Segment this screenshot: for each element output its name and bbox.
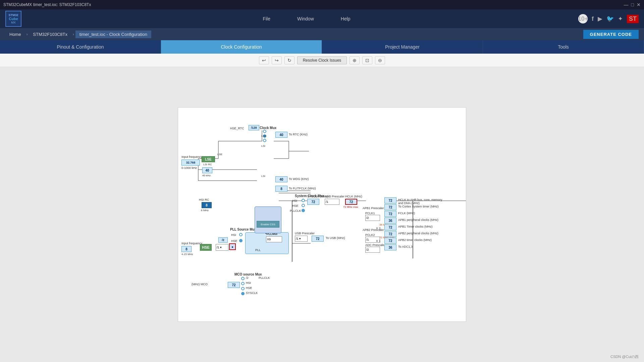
menu-help[interactable]: Help (327, 13, 364, 24)
usb-prescaler-label: USB Prescaler (295, 232, 315, 235)
zoom-out-button[interactable]: ⊖ (375, 56, 385, 64)
toolbar: ↩ ↪ ↻ Resolve Clock Issues ⊕ ⊡ ⊖ (0, 54, 644, 67)
menu-window[interactable]: Window (284, 13, 327, 24)
lsi-rtc-label: LSI (261, 144, 265, 147)
undo-button[interactable]: ↩ (259, 56, 269, 64)
fclk-label: FCLK (MHz) (398, 212, 415, 215)
mco-pllclk-radio[interactable] (241, 277, 245, 280)
refresh-button[interactable]: ↻ (284, 56, 294, 64)
hse-box: HSE (200, 244, 212, 251)
apb1-periph-value[interactable]: 36 (384, 218, 396, 224)
logo: STM32 Cube MX (5, 11, 21, 27)
ahb-prescaler-select[interactable]: /1 (325, 199, 339, 205)
sysclk-hse-label: HSE (292, 204, 299, 207)
pll-css-dot[interactable]: ● (229, 243, 236, 250)
breadcrumb-chip[interactable]: STM32F103C8Tx (29, 31, 71, 38)
lsi-40khz-label: 40 kHz (202, 174, 211, 177)
hse-div-select[interactable]: /1 ▾ (216, 244, 228, 251)
generate-code-button[interactable]: GENERATE CODE (583, 30, 639, 39)
apb2-prescaler-label: APB2 Prescaler (363, 228, 384, 232)
tab-tools[interactable]: Tools (483, 40, 644, 54)
watermark: CSDN @Cuiの西 (610, 354, 639, 359)
pll-src-div2: /2 (218, 237, 228, 243)
sysclk-mux-radio-hsi[interactable] (302, 199, 305, 202)
twitter-icon[interactable]: 🐦 (606, 15, 614, 22)
adc-label: To ADC1,3 (398, 245, 413, 248)
input-freq-hse-value[interactable]: 8 (181, 246, 192, 252)
hclk-mhz-label: HCLK (MHz) (345, 195, 362, 198)
hclk-to-ahb-value[interactable]: 72 (384, 197, 396, 203)
apb2-timer-label: APB2 timer clocks (MHz) (398, 238, 432, 242)
titlebar-title: STM32CubeMX timer_test.ioc: STM32F103C8T… (3, 2, 91, 7)
fit-button[interactable]: ⊡ (362, 56, 372, 64)
lse-range-label: 0-1000 kHz (181, 166, 197, 170)
sysclk-hsi-label: HSI (292, 199, 297, 202)
mco-hsi-radio[interactable] (241, 282, 245, 285)
facebook-icon[interactable]: f (592, 15, 594, 22)
logo-box: STM32 Cube MX (5, 11, 21, 27)
close-btn[interactable]: ✕ (637, 2, 641, 7)
network-icon: ✦ (618, 15, 623, 22)
hse-rtc-div-box[interactable]: /128 (249, 125, 259, 130)
lse-box: LSE (202, 156, 215, 162)
hsi-rc-label: HSI RC (199, 198, 209, 201)
hse-rtc-label: HSE_RTC (230, 127, 244, 130)
maximize-btn[interactable]: □ (631, 2, 634, 7)
sysclk-mux-radio-hse[interactable] (302, 204, 305, 207)
hclk-to-ahb-label: HCLK to AHB bus, core, memory and DMA (M… (398, 198, 445, 205)
titlebar: STM32CubeMX timer_test.ioc: STM32F103C8T… (0, 0, 644, 9)
mco-mux-label: MCO source Mux (234, 273, 262, 276)
breadcrumb-project[interactable]: timer_test.ioc - Clock Configuration (75, 31, 151, 38)
titlebar-controls[interactable]: — □ ✕ (624, 2, 641, 7)
lse-line-label: LSE (217, 153, 222, 156)
to-rtc-value[interactable]: 40 (275, 132, 287, 138)
lsi-bottom-label: LSI (261, 175, 265, 178)
tab-pinout[interactable]: Pinout & Configuration (0, 40, 161, 54)
rtc-mux-radio-lsi[interactable] (263, 139, 266, 142)
adc-prescaler-select[interactable]: /2 (365, 247, 380, 253)
tab-clock[interactable]: Clock Configuration (161, 40, 322, 54)
redo-button[interactable]: ↪ (272, 56, 282, 64)
sysclk-mux-radio-pll[interactable] (302, 209, 305, 212)
rtc-mux-radio-hse[interactable] (263, 130, 266, 133)
apb1-timer-value[interactable]: 72 (384, 224, 396, 230)
enable-css-button[interactable]: Enable CSS (257, 221, 279, 228)
input-freq-hse-label: Input frequency (181, 242, 202, 245)
sysclk-value[interactable]: 72 (307, 199, 319, 205)
mco-value[interactable]: 72 (228, 282, 240, 288)
usb-value[interactable]: 72 (312, 236, 324, 242)
pll-src-radio-hsi[interactable] (239, 233, 243, 236)
pll-src-radio-hse[interactable] (239, 239, 243, 242)
mco-sysclk-radio[interactable] (241, 292, 245, 295)
to-wdg-value[interactable]: 40 (275, 176, 287, 182)
youtube-icon[interactable]: ▶ (598, 15, 602, 22)
clock-diagram: Input frequency 32.768 0-1000 kHz LSE LS… (178, 107, 466, 322)
usb-prescaler-select[interactable]: /1 ▾ (295, 236, 308, 242)
zoom-in-button[interactable]: ⊕ (350, 56, 360, 64)
minimize-btn[interactable]: — (624, 2, 629, 7)
fclk-value[interactable]: 72 (384, 211, 396, 217)
cortex-timer-label: To Cortex System timer (MHz) (398, 205, 439, 208)
adc-value[interactable]: 36 (384, 244, 396, 250)
apb2-timer-value[interactable]: 72 (384, 238, 396, 244)
tab-project[interactable]: Project Manager (322, 40, 483, 54)
notification-badge[interactable]: 10+ (578, 14, 588, 23)
breadcrumb-home[interactable]: Home (5, 31, 25, 38)
mco-pllclk-label: PLLCLK (259, 276, 270, 280)
mco-hse-radio[interactable] (241, 287, 245, 290)
resolve-clock-issues-button[interactable]: Resolve Clock Issues (297, 56, 347, 64)
hclk-value[interactable]: 72 (345, 199, 357, 205)
pllmul-select[interactable]: X9 (266, 236, 282, 242)
lse-rtc-label: LSE (261, 134, 266, 137)
apb1-prescaler-select[interactable]: /2 (365, 215, 380, 221)
hsi-rc-box: 8 (202, 202, 212, 208)
input-freq-lse-value[interactable]: 32.768 (181, 160, 200, 166)
apb1-periph-label: APB1 peripheral clocks (MHz) (398, 218, 438, 222)
lsi-rc-value-box[interactable]: 40 (202, 167, 212, 173)
ahb-prescaler-label: AHB Prescaler (325, 195, 344, 198)
to-flitfclk-value[interactable]: 8 (275, 186, 287, 192)
menu-file[interactable]: File (249, 13, 284, 24)
pll-css-area: Enable CSS (255, 206, 281, 233)
cortex-timer-value[interactable]: 72 (384, 204, 396, 210)
st-logo: ST (627, 15, 639, 23)
